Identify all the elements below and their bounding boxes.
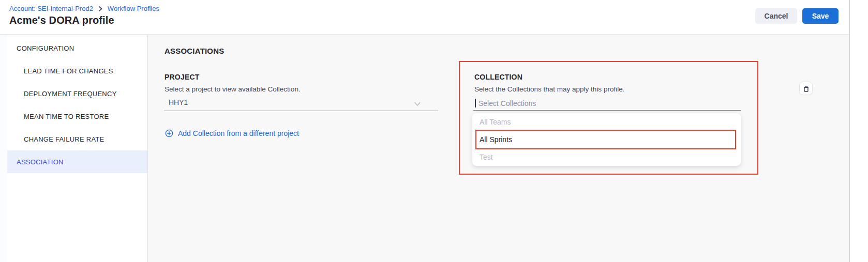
sidebar-item-label: CONFIGURATION	[17, 44, 74, 52]
project-group-title: PROJECT	[164, 73, 200, 81]
text-cursor	[475, 99, 476, 107]
left-gutter	[0, 35, 7, 262]
trash-icon	[802, 85, 810, 93]
project-group-description: Select a project to view available Colle…	[164, 85, 301, 93]
associations-section-title: ASSOCIATIONS	[164, 47, 224, 55]
page-title: Acme's DORA profile	[9, 14, 114, 26]
sidebar-item-mean-time-to-restore[interactable]: MEAN TIME TO RESTORE	[7, 105, 147, 128]
workflow-profile-page: Account: SEI-Internal-Prod2 Workflow Pro…	[0, 0, 850, 262]
breadcrumb-account-link[interactable]: Account: SEI-Internal-Prod2	[9, 5, 93, 12]
sidebar-item-configuration[interactable]: CONFIGURATION	[7, 37, 147, 59]
breadcrumb: Account: SEI-Internal-Prod2 Workflow Pro…	[9, 5, 159, 12]
sidebar-item-label: MEAN TIME TO RESTORE	[24, 113, 109, 120]
sidebar-item-change-failure-rate[interactable]: CHANGE FAILURE RATE	[7, 128, 147, 150]
collection-options-dropdown: All Teams All Sprints Test	[472, 113, 741, 166]
option-all-teams[interactable]: All Teams	[472, 113, 741, 131]
add-collection-link[interactable]: Add Collection from a different project	[165, 129, 299, 137]
plus-circle-icon	[165, 129, 173, 137]
chevron-right-icon	[98, 6, 103, 11]
sidebar-item-label: LEAD TIME FOR CHANGES	[24, 67, 113, 75]
option-all-sprints[interactable]: All Sprints	[472, 131, 741, 148]
sidebar-item-deployment-frequency[interactable]: DEPLOYMENT FREQUENCY	[7, 82, 147, 105]
page-header: Account: SEI-Internal-Prod2 Workflow Pro…	[0, 0, 849, 35]
sidebar-item-label: ASSOCIATION	[17, 158, 64, 166]
sidebar-item-label: DEPLOYMENT FREQUENCY	[24, 90, 117, 98]
sidebar-item-lead-time-for-changes[interactable]: LEAD TIME FOR CHANGES	[7, 59, 147, 82]
sidebar-item-association[interactable]: ASSOCIATION	[7, 150, 147, 173]
collection-select-input-wrap	[473, 96, 741, 111]
collection-group-title: COLLECTION	[474, 73, 522, 81]
cancel-button[interactable]: Cancel	[755, 8, 797, 24]
breadcrumb-workflow-profiles-link[interactable]: Workflow Profiles	[108, 5, 159, 12]
collection-search-input[interactable]	[478, 99, 696, 107]
chevron-down-icon	[414, 100, 421, 109]
sidebar-item-label: CHANGE FAILURE RATE	[24, 135, 104, 143]
project-select[interactable]: HHY1	[164, 95, 438, 111]
project-select-value: HHY1	[169, 98, 188, 106]
header-actions: Cancel Save	[755, 8, 839, 24]
delete-association-button[interactable]	[799, 82, 813, 95]
save-button[interactable]: Save	[802, 8, 839, 24]
option-test[interactable]: Test	[472, 148, 741, 166]
sidebar-nav-list: CONFIGURATION LEAD TIME FOR CHANGES DEPL…	[7, 37, 147, 173]
collection-group-description: Select the Collections that may apply th…	[474, 85, 624, 93]
sidebar: CONFIGURATION LEAD TIME FOR CHANGES DEPL…	[7, 35, 148, 262]
add-collection-link-label: Add Collection from a different project	[178, 129, 299, 137]
